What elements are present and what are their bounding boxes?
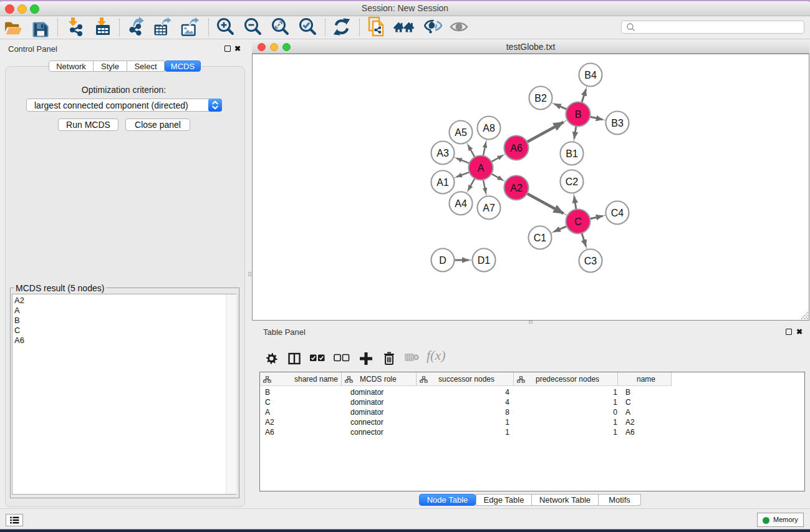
svg-text:B: B	[575, 109, 582, 120]
svg-text:A: A	[478, 163, 485, 173]
svg-text:B3: B3	[611, 118, 624, 128]
svg-text:D1: D1	[478, 255, 491, 266]
svg-text:C3: C3	[584, 256, 597, 266]
svg-text:A4: A4	[455, 198, 467, 209]
svg-text:A1: A1	[436, 177, 449, 188]
svg-text:C4: C4	[611, 208, 624, 218]
svg-text:C: C	[574, 216, 582, 227]
svg-text:D: D	[439, 255, 446, 266]
svg-text:A5: A5	[455, 127, 467, 138]
svg-text:B4: B4	[584, 70, 597, 80]
svg-text:A8: A8	[483, 123, 495, 133]
svg-text:A2: A2	[510, 183, 523, 193]
svg-text:A6: A6	[510, 143, 523, 153]
svg-text:A7: A7	[483, 203, 495, 213]
svg-text:B1: B1	[566, 148, 578, 159]
svg-text:B2: B2	[534, 93, 547, 104]
svg-text:C2: C2	[566, 177, 579, 187]
svg-text:C1: C1	[534, 233, 547, 243]
svg-text:A3: A3	[436, 148, 449, 158]
